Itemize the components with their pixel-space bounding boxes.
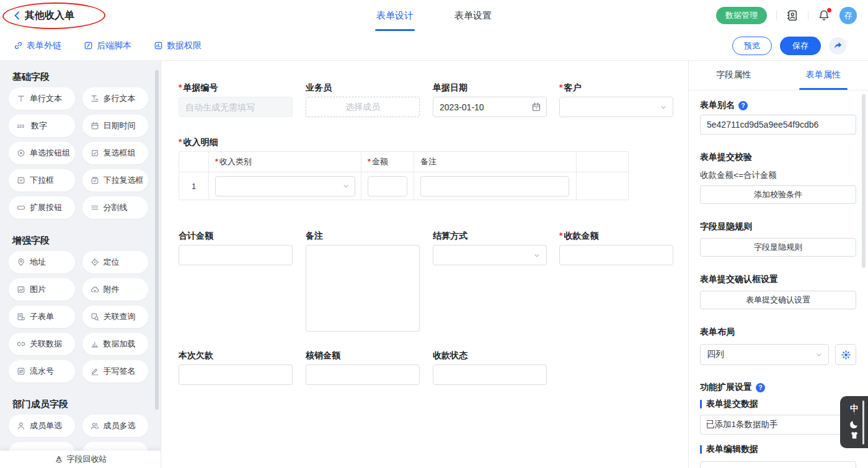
validation-title: 表单提交校验 [700, 152, 856, 163]
multi-select-icon [91, 176, 99, 185]
field-item-data-load[interactable]: 数据加载 [82, 333, 149, 355]
remark-textarea[interactable] [306, 245, 420, 332]
settlement-select[interactable] [433, 245, 547, 265]
target-icon [91, 258, 99, 267]
field-item-select[interactable]: 下拉框 [9, 169, 75, 192]
field-item-divider[interactable]: 分割线 [82, 196, 149, 219]
field-item-signature[interactable]: 手写签名 [82, 360, 149, 382]
translate-icon[interactable]: 中 [850, 404, 858, 412]
notification-bell-icon[interactable] [818, 9, 830, 22]
help-icon[interactable]: ? [738, 101, 748, 110]
tab-field-properties[interactable]: 字段属性 [689, 60, 779, 90]
visibility-rule-button[interactable]: 字段显隐规则 [700, 238, 856, 257]
tab-form-properties[interactable]: 表单属性 [779, 60, 868, 90]
link-chain-icon [17, 340, 25, 348]
add-validation-button[interactable]: 添加校验条件 [700, 185, 856, 204]
field-item-member-multi[interactable]: 成员多选 [82, 415, 149, 437]
subform-icon [17, 312, 25, 321]
enhanced-fields-grid: 地址 定位 图片 附件 子表单 关联查询 关联数据 数据加载 流水号 手写签名 [9, 251, 148, 382]
submit-confirm-button[interactable]: 表单提交确认设置 [700, 291, 856, 309]
chevron-down-icon [660, 104, 667, 111]
tab-form-design[interactable]: 表单设计 [376, 0, 414, 31]
field-item-radio-group[interactable]: 单选按钮组 [9, 142, 75, 164]
edit-data-box[interactable] [700, 461, 856, 468]
header-actions: 数据管理 存 [716, 0, 857, 31]
shirt-icon[interactable] [849, 431, 859, 440]
field-item-related-data[interactable]: 关联数据 [9, 333, 75, 355]
doc-no-input[interactable] [179, 97, 293, 117]
section-title-member-fields: 部门成员字段 [9, 399, 148, 410]
help-icon[interactable]: ? [756, 383, 765, 392]
layout-settings-button[interactable] [835, 344, 856, 365]
form-alias-title: 表单别名 ? [700, 100, 856, 111]
header-tabs: 表单设计 表单设置 [376, 0, 492, 31]
customer-select[interactable] [559, 97, 673, 117]
salesman-picker[interactable]: 选择成员 [306, 97, 420, 117]
back-icon[interactable] [12, 10, 22, 21]
form-design-canvas[interactable]: *单据编号 业务员 单据日期 *客户 选择成员 7 *收入明细 *收入类别 *金… [161, 60, 688, 468]
single-text-icon [17, 94, 25, 103]
debt-input[interactable] [179, 364, 293, 385]
person-icon [17, 422, 25, 430]
contacts-book-icon[interactable] [786, 9, 799, 22]
svg-text:7: 7 [536, 107, 538, 110]
toolbar-links: 表单外链 后端脚本 数据权限 [14, 31, 202, 60]
layout-select[interactable]: 四列 [700, 344, 829, 365]
remark-cell-input[interactable] [420, 176, 569, 196]
related-query-icon [91, 312, 99, 321]
receipt-amount-input[interactable] [559, 245, 673, 265]
field-item-subform[interactable]: 子表单 [9, 306, 75, 328]
external-link-button[interactable]: 表单外链 [14, 31, 61, 60]
preview-button[interactable]: 预览 [732, 37, 772, 55]
map-pin-icon [17, 258, 25, 267]
blue-bar [700, 445, 702, 454]
field-item-number[interactable]: 123数字 [9, 115, 75, 137]
submit-data-box[interactable]: 已添加1条数据助手 [700, 415, 856, 435]
chevron-down-icon [533, 252, 541, 259]
field-item-multi-text[interactable]: 多行文本 [82, 87, 149, 110]
field-item-location[interactable]: 定位 [82, 251, 149, 273]
toolbar-actions: 预览 保存 [732, 31, 846, 60]
field-label-debt: 本次欠款 [179, 350, 213, 361]
divider-icon [91, 203, 99, 212]
row-index-header [179, 152, 209, 172]
field-item-serial-number[interactable]: 流水号 [9, 360, 75, 382]
data-permission-button[interactable]: 数据权限 [154, 31, 202, 60]
backend-script-button[interactable]: 后端脚本 [84, 31, 131, 60]
moon-icon[interactable] [849, 419, 859, 430]
field-item-multi-select[interactable]: 下拉复选框 [82, 169, 149, 192]
writeoff-input[interactable] [306, 364, 420, 385]
field-item-related-query[interactable]: 关联查询 [82, 306, 149, 328]
submit-data-title: 表单提交数据 [700, 399, 856, 410]
field-library-sidebar: 基础字段 单行文本 多行文本 123数字 日期时间 单选按钮组 复选框组 下拉框… [0, 60, 161, 468]
user-avatar[interactable]: 存 [839, 7, 857, 24]
field-label-total-amount: 合计金额 [179, 231, 213, 242]
submit-confirm-title: 表单提交确认框设置 [700, 274, 856, 285]
save-button[interactable]: 保存 [780, 37, 821, 55]
field-item-image[interactable]: 图片 [9, 278, 75, 301]
field-item-member-single[interactable]: 成员单选 [9, 415, 75, 437]
receipt-status-input[interactable] [433, 364, 547, 385]
field-item-extend-button[interactable]: 扩展按钮 [9, 196, 75, 219]
amount-input[interactable] [368, 176, 407, 196]
doc-date-input[interactable]: 7 [433, 97, 547, 117]
field-item-checkbox-group[interactable]: 复选框组 [82, 142, 149, 164]
sidebar-scrollbar[interactable] [155, 70, 159, 410]
field-item-attachment[interactable]: 附件 [82, 278, 149, 301]
panel-scrollbar[interactable] [862, 94, 866, 268]
field-recycle-bin[interactable]: 字段回收站 [0, 451, 161, 468]
field-item-single-text[interactable]: 单行文本 [9, 87, 75, 110]
total-amount-input[interactable] [179, 245, 293, 265]
page-scrollbar[interactable] [862, 400, 864, 444]
income-type-select[interactable] [215, 176, 355, 196]
data-manage-button[interactable]: 数据管理 [716, 7, 767, 24]
field-item-datetime[interactable]: 日期时间 [82, 115, 149, 137]
serial-number-icon [17, 367, 25, 376]
tab-form-settings[interactable]: 表单设置 [454, 0, 492, 31]
col-header-empty [577, 152, 628, 172]
share-button[interactable] [829, 37, 846, 55]
form-alias-input[interactable] [700, 115, 856, 135]
blue-bar [700, 400, 702, 408]
translate-tick-mark: ʾ [852, 413, 855, 418]
field-item-address[interactable]: 地址 [9, 251, 75, 273]
